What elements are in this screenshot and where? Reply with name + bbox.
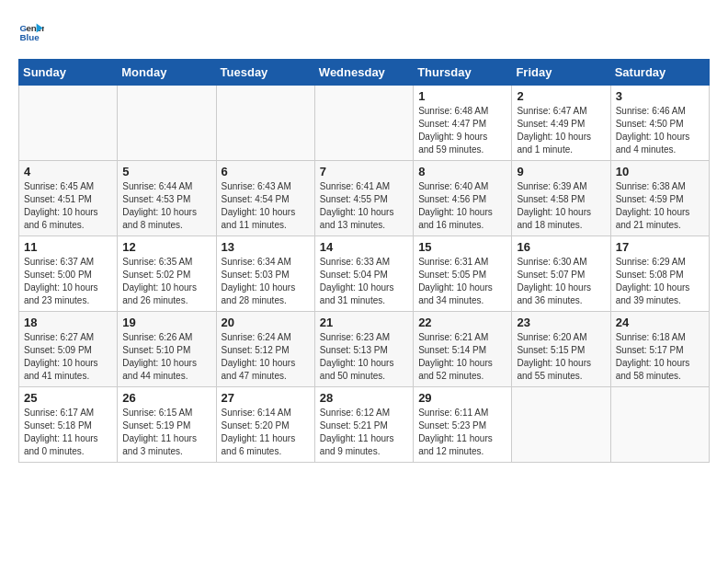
calendar-cell xyxy=(216,86,314,161)
day-info: Sunrise: 6:45 AM Sunset: 4:51 PM Dayligh… xyxy=(24,180,112,232)
day-info: Sunrise: 6:37 AM Sunset: 5:00 PM Dayligh… xyxy=(24,256,112,307)
day-number: 22 xyxy=(418,316,506,329)
day-info: Sunrise: 6:24 AM Sunset: 5:12 PM Dayligh… xyxy=(222,331,310,383)
day-info: Sunrise: 6:48 AM Sunset: 4:47 PM Dayligh… xyxy=(418,105,506,156)
day-info: Sunrise: 6:38 AM Sunset: 4:59 PM Dayligh… xyxy=(616,180,704,232)
day-number: 12 xyxy=(122,240,210,254)
day-number: 18 xyxy=(24,316,112,329)
day-info: Sunrise: 6:34 AM Sunset: 5:03 PM Dayligh… xyxy=(222,256,310,307)
day-info: Sunrise: 6:11 AM Sunset: 5:23 PM Dayligh… xyxy=(418,407,506,458)
logo-icon: G eneral Blue xyxy=(18,18,44,44)
calendar-cell: 23Sunrise: 6:20 AM Sunset: 5:15 PM Dayli… xyxy=(512,312,610,387)
day-number: 19 xyxy=(122,316,210,329)
calendar-cell: 27Sunrise: 6:14 AM Sunset: 5:20 PM Dayli… xyxy=(216,387,314,463)
weekday-header: Monday xyxy=(118,60,216,86)
day-number: 8 xyxy=(418,165,506,178)
day-info: Sunrise: 6:31 AM Sunset: 5:05 PM Dayligh… xyxy=(418,256,506,307)
calendar-cell: 21Sunrise: 6:23 AM Sunset: 5:13 PM Dayli… xyxy=(314,312,413,387)
day-number: 2 xyxy=(517,89,605,103)
day-info: Sunrise: 6:39 AM Sunset: 4:58 PM Dayligh… xyxy=(517,180,605,232)
day-info: Sunrise: 6:23 AM Sunset: 5:13 PM Dayligh… xyxy=(320,331,408,383)
day-number: 1 xyxy=(418,89,506,103)
calendar-cell: 2Sunrise: 6:47 AM Sunset: 4:49 PM Daylig… xyxy=(512,86,610,161)
day-info: Sunrise: 6:18 AM Sunset: 5:17 PM Dayligh… xyxy=(616,331,704,383)
day-number: 3 xyxy=(616,89,704,103)
calendar-cell: 8Sunrise: 6:40 AM Sunset: 4:56 PM Daylig… xyxy=(414,161,512,236)
calendar-cell: 6Sunrise: 6:43 AM Sunset: 4:54 PM Daylig… xyxy=(216,161,314,236)
calendar-cell: 16Sunrise: 6:30 AM Sunset: 5:07 PM Dayli… xyxy=(512,236,610,312)
day-number: 29 xyxy=(418,391,506,405)
calendar-cell: 9Sunrise: 6:39 AM Sunset: 4:58 PM Daylig… xyxy=(512,161,610,236)
day-number: 26 xyxy=(122,391,210,405)
day-number: 28 xyxy=(320,391,408,405)
day-info: Sunrise: 6:40 AM Sunset: 4:56 PM Dayligh… xyxy=(418,180,506,232)
calendar-cell: 24Sunrise: 6:18 AM Sunset: 5:17 PM Dayli… xyxy=(610,312,709,387)
day-number: 4 xyxy=(24,165,112,178)
day-info: Sunrise: 6:17 AM Sunset: 5:18 PM Dayligh… xyxy=(24,407,112,458)
calendar-cell xyxy=(610,387,709,463)
weekday-header: Tuesday xyxy=(216,60,314,86)
day-info: Sunrise: 6:20 AM Sunset: 5:15 PM Dayligh… xyxy=(517,331,605,383)
day-number: 14 xyxy=(320,240,408,254)
day-number: 21 xyxy=(320,316,408,329)
day-number: 27 xyxy=(222,391,310,405)
day-number: 13 xyxy=(222,240,310,254)
calendar-cell: 5Sunrise: 6:44 AM Sunset: 4:53 PM Daylig… xyxy=(118,161,216,236)
calendar-cell: 17Sunrise: 6:29 AM Sunset: 5:08 PM Dayli… xyxy=(610,236,709,312)
calendar-cell: 12Sunrise: 6:35 AM Sunset: 5:02 PM Dayli… xyxy=(118,236,216,312)
day-info: Sunrise: 6:15 AM Sunset: 5:19 PM Dayligh… xyxy=(122,407,210,458)
calendar-cell: 7Sunrise: 6:41 AM Sunset: 4:55 PM Daylig… xyxy=(314,161,413,236)
day-number: 15 xyxy=(418,240,506,254)
calendar-cell: 3Sunrise: 6:46 AM Sunset: 4:50 PM Daylig… xyxy=(610,86,709,161)
day-info: Sunrise: 6:27 AM Sunset: 5:09 PM Dayligh… xyxy=(24,331,112,383)
calendar-cell: 15Sunrise: 6:31 AM Sunset: 5:05 PM Dayli… xyxy=(414,236,512,312)
calendar-cell: 4Sunrise: 6:45 AM Sunset: 4:51 PM Daylig… xyxy=(19,161,118,236)
calendar-cell: 10Sunrise: 6:38 AM Sunset: 4:59 PM Dayli… xyxy=(610,161,709,236)
day-info: Sunrise: 6:33 AM Sunset: 5:04 PM Dayligh… xyxy=(320,256,408,307)
day-number: 7 xyxy=(320,165,408,178)
day-number: 9 xyxy=(517,165,605,178)
calendar-cell: 14Sunrise: 6:33 AM Sunset: 5:04 PM Dayli… xyxy=(314,236,413,312)
day-number: 16 xyxy=(517,240,605,254)
calendar-cell xyxy=(118,86,216,161)
weekday-header: Wednesday xyxy=(314,60,413,86)
weekday-header: Sunday xyxy=(19,60,118,86)
weekday-header: Saturday xyxy=(610,60,709,86)
day-info: Sunrise: 6:12 AM Sunset: 5:21 PM Dayligh… xyxy=(320,407,408,458)
weekday-header: Thursday xyxy=(414,60,512,86)
calendar-cell: 19Sunrise: 6:26 AM Sunset: 5:10 PM Dayli… xyxy=(118,312,216,387)
calendar-cell: 13Sunrise: 6:34 AM Sunset: 5:03 PM Dayli… xyxy=(216,236,314,312)
calendar-cell: 28Sunrise: 6:12 AM Sunset: 5:21 PM Dayli… xyxy=(314,387,413,463)
day-info: Sunrise: 6:44 AM Sunset: 4:53 PM Dayligh… xyxy=(122,180,210,232)
day-info: Sunrise: 6:46 AM Sunset: 4:50 PM Dayligh… xyxy=(616,105,704,156)
logo: G eneral Blue xyxy=(18,18,48,44)
calendar-cell: 29Sunrise: 6:11 AM Sunset: 5:23 PM Dayli… xyxy=(414,387,512,463)
day-number: 23 xyxy=(517,316,605,329)
day-number: 11 xyxy=(24,240,112,254)
svg-text:Blue: Blue xyxy=(19,32,40,42)
calendar-cell: 11Sunrise: 6:37 AM Sunset: 5:00 PM Dayli… xyxy=(19,236,118,312)
day-info: Sunrise: 6:14 AM Sunset: 5:20 PM Dayligh… xyxy=(222,407,310,458)
day-info: Sunrise: 6:35 AM Sunset: 5:02 PM Dayligh… xyxy=(122,256,210,307)
calendar-table: SundayMondayTuesdayWednesdayThursdayFrid… xyxy=(18,59,710,463)
day-number: 6 xyxy=(222,165,310,178)
day-info: Sunrise: 6:29 AM Sunset: 5:08 PM Dayligh… xyxy=(616,256,704,307)
day-number: 25 xyxy=(24,391,112,405)
calendar-cell: 20Sunrise: 6:24 AM Sunset: 5:12 PM Dayli… xyxy=(216,312,314,387)
day-info: Sunrise: 6:21 AM Sunset: 5:14 PM Dayligh… xyxy=(418,331,506,383)
day-info: Sunrise: 6:43 AM Sunset: 4:54 PM Dayligh… xyxy=(222,180,310,232)
day-number: 5 xyxy=(122,165,210,178)
weekday-header: Friday xyxy=(512,60,610,86)
calendar-cell: 1Sunrise: 6:48 AM Sunset: 4:47 PM Daylig… xyxy=(414,86,512,161)
day-number: 17 xyxy=(616,240,704,254)
day-number: 20 xyxy=(222,316,310,329)
calendar-cell xyxy=(19,86,118,161)
day-number: 24 xyxy=(616,316,704,329)
calendar-cell: 25Sunrise: 6:17 AM Sunset: 5:18 PM Dayli… xyxy=(19,387,118,463)
calendar-cell xyxy=(512,387,610,463)
calendar-cell: 22Sunrise: 6:21 AM Sunset: 5:14 PM Dayli… xyxy=(414,312,512,387)
day-info: Sunrise: 6:26 AM Sunset: 5:10 PM Dayligh… xyxy=(122,331,210,383)
day-info: Sunrise: 6:30 AM Sunset: 5:07 PM Dayligh… xyxy=(517,256,605,307)
calendar-cell: 18Sunrise: 6:27 AM Sunset: 5:09 PM Dayli… xyxy=(19,312,118,387)
calendar-cell: 26Sunrise: 6:15 AM Sunset: 5:19 PM Dayli… xyxy=(118,387,216,463)
